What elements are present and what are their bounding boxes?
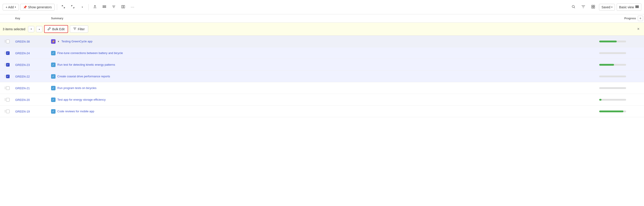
row-summary-text[interactable]: Create coaxial drive performance reports: [57, 75, 110, 78]
svg-rect-11: [638, 5, 639, 8]
table-row: ⠿ GREEN-23 ✓ Run test for detecting kine…: [0, 59, 644, 71]
key-link[interactable]: GREEN-19: [15, 110, 30, 113]
saved-chevron-icon: ▾: [611, 6, 612, 8]
table-row: ⠿ GREEN-22 ✓ Create coaxial drive perfor…: [0, 71, 644, 82]
row-key-cell: GREEN-19: [14, 110, 49, 113]
toolbar: + Add ▾ 📌 Show generators ▾: [0, 0, 644, 14]
row-summary-cell: ⚡ ▾ Testing GreenCycle app: [49, 39, 598, 44]
svg-rect-7: [592, 7, 593, 8]
add-label: + Add: [6, 5, 14, 9]
row-drag-handle[interactable]: ⠿: [0, 98, 14, 102]
row-summary-text[interactable]: Testing GreenCycle app: [61, 40, 92, 43]
table-row: ⠿ GREEN-19 ✓ Code reviews for mobile app: [0, 106, 644, 117]
toolbar-left: + Add ▾ 📌 Show generators ▾: [3, 3, 568, 11]
row-drag-handle[interactable]: ⠿: [0, 86, 14, 90]
row-progress-cell: [598, 52, 638, 54]
pencil-icon: [48, 27, 51, 31]
upload-button[interactable]: [91, 3, 99, 11]
row-type-icon: ✓: [51, 51, 56, 55]
toolbar-separator-2: [88, 4, 89, 10]
basic-view-button[interactable]: Basic view: [617, 3, 641, 11]
saved-button[interactable]: Saved ▾: [599, 4, 615, 11]
layout-button[interactable]: [119, 3, 127, 11]
table-row: ⠿ GREEN-38 ⚡ ▾ Testing GreenCycle app: [0, 36, 644, 47]
selection-chevron-down[interactable]: ▾: [28, 26, 34, 32]
table-body: ⠿ GREEN-38 ⚡ ▾ Testing GreenCycle app ⠿ …: [0, 36, 644, 206]
svg-rect-0: [103, 6, 106, 6]
row-summary-text[interactable]: Run test for detecting kinetic energy pa…: [57, 63, 115, 66]
table-row: ⠿ GREEN-20 ✓ Test app for energy storage…: [0, 94, 644, 106]
expand-all-icon: [61, 5, 66, 10]
collapse-all-button[interactable]: [69, 3, 77, 11]
row-key-cell: GREEN-20: [14, 98, 49, 102]
sort-button[interactable]: [110, 3, 118, 11]
row-drag-handle[interactable]: ⠿: [0, 51, 14, 55]
more-button[interactable]: ···: [128, 3, 136, 11]
row-type-icon: ✓: [51, 86, 56, 90]
row-checkbox[interactable]: [6, 110, 10, 113]
toolbar-right: Saved ▾ Basic view: [570, 3, 641, 11]
search-button[interactable]: [570, 3, 578, 11]
selection-chevron-up[interactable]: ▴: [36, 26, 42, 32]
drag-dots-icon: ⠿: [4, 98, 6, 102]
filter-selection-icon: [73, 27, 76, 31]
row-summary-cell: ✓ Run test for detecting kinetic energy …: [49, 63, 598, 67]
row-drag-handle[interactable]: ⠿: [0, 63, 14, 67]
row-summary-cell: ✓ Run program tests on bicycles: [49, 86, 598, 90]
bulk-edit-button[interactable]: Bulk Edit: [44, 25, 68, 33]
progress-column-header: Progress: [598, 17, 638, 20]
close-selection-bar-button[interactable]: ×: [635, 26, 641, 32]
key-link[interactable]: GREEN-20: [15, 98, 30, 102]
dropdown-icon: ▾: [82, 6, 83, 8]
drag-dots-icon: ⠿: [4, 40, 6, 43]
svg-rect-10: [636, 5, 638, 8]
upload-icon: [93, 5, 97, 10]
column-headers: Key Summary Progress +: [0, 14, 644, 23]
row-summary-text[interactable]: Run program tests on bicycles: [57, 86, 96, 90]
svg-rect-3: [124, 5, 125, 8]
key-link[interactable]: GREEN-38: [15, 40, 30, 43]
key-link[interactable]: GREEN-22: [15, 75, 30, 78]
row-drag-handle[interactable]: ⠿: [0, 75, 14, 78]
show-generators-label: Show generators: [28, 5, 52, 9]
key-link[interactable]: GREEN-23: [15, 63, 30, 67]
drag-dots-icon: ⠿: [4, 63, 6, 67]
row-summary-text[interactable]: Test app for energy storage efficiency: [57, 98, 106, 101]
dropdown-button[interactable]: ▾: [78, 3, 86, 11]
drag-dots-icon: ⠿: [4, 51, 6, 55]
row-drag-handle[interactable]: ⠿: [0, 40, 14, 43]
key-link[interactable]: GREEN-24: [15, 52, 30, 55]
table-row: ⠿ GREEN-21 ✓ Run program tests on bicycl…: [0, 82, 644, 94]
row-checkbox[interactable]: [6, 51, 10, 55]
row-summary-cell: ✓ Test app for energy storage efficiency: [49, 98, 598, 102]
drag-dots-icon: ⠿: [4, 75, 6, 78]
row-checkbox[interactable]: [6, 40, 10, 43]
row-drag-handle[interactable]: ⠿: [0, 110, 14, 113]
row-summary-text[interactable]: Code reviews for mobile app: [57, 110, 94, 113]
group-button[interactable]: [100, 3, 108, 11]
row-checkbox[interactable]: [6, 86, 10, 90]
filter-selection-button[interactable]: Filter: [70, 25, 88, 33]
filter-label: Filter: [78, 27, 85, 31]
more-icon: ···: [131, 5, 134, 9]
add-button[interactable]: + Add ▾: [3, 4, 19, 11]
svg-rect-6: [594, 5, 595, 7]
filter-toolbar-button[interactable]: [579, 3, 587, 11]
key-link[interactable]: GREEN-21: [15, 87, 30, 90]
row-summary-text[interactable]: Fine-tune connections between battery an…: [57, 51, 123, 55]
collapse-all-icon: [71, 5, 75, 10]
table-row: ⠿ GREEN-24 ✓ Fine-tune connections betwe…: [0, 47, 644, 59]
row-checkbox[interactable]: [6, 75, 10, 78]
group-by-icon: [591, 5, 595, 10]
add-column-cell[interactable]: +: [638, 16, 644, 21]
pin-icon: 📌: [23, 5, 27, 9]
drag-dots-icon: ⠿: [4, 86, 6, 90]
show-generators-button[interactable]: 📌 Show generators: [20, 4, 55, 11]
row-checkbox[interactable]: [6, 63, 10, 67]
row-expand-button[interactable]: ▾: [57, 40, 60, 44]
group-by-button[interactable]: [589, 3, 597, 11]
selection-bar: 3 items selected ▾ ▴ Bulk Edit Filter ×: [0, 23, 644, 36]
expand-all-button[interactable]: [59, 3, 68, 11]
add-column-button[interactable]: +: [638, 16, 643, 21]
row-checkbox[interactable]: [6, 98, 10, 102]
